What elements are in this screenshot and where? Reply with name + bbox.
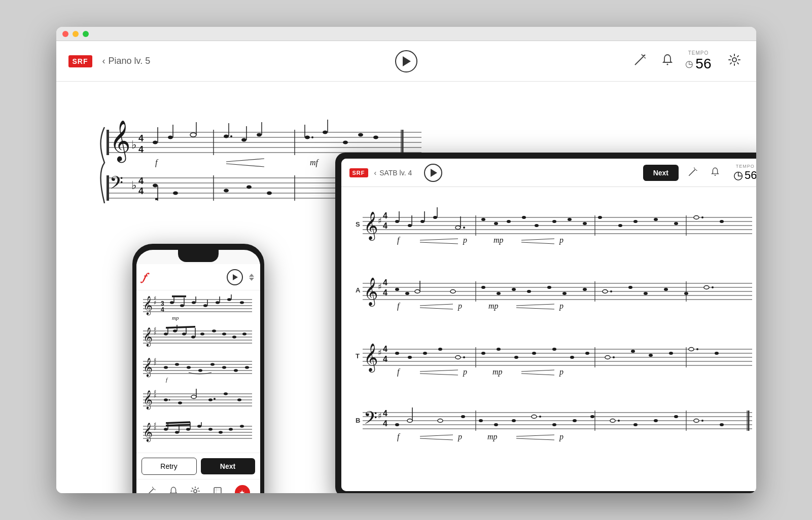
svg-point-95 — [494, 222, 498, 225]
phone-fullscreen-button[interactable] — [213, 486, 223, 493]
phone-toolbar: ★ — [136, 479, 260, 493]
bell-button[interactable] — [658, 50, 677, 72]
tablet-tempo-number: 56 — [745, 169, 756, 182]
svg-point-215 — [461, 415, 465, 418]
tablet-header: SRF ‹ SATB lv. 4 Next — [341, 159, 756, 187]
svg-point-283 — [212, 329, 216, 332]
svg-point-59 — [173, 192, 178, 195]
tablet-play-button[interactable] — [424, 164, 442, 182]
svg-text:f: f — [155, 158, 159, 167]
phone-bell-button[interactable] — [168, 486, 179, 493]
svg-point-320 — [191, 395, 196, 399]
svg-line-237 — [516, 435, 554, 436]
close-button[interactable] — [62, 31, 68, 37]
svg-point-307 — [245, 366, 249, 369]
svg-text:T: T — [356, 352, 360, 360]
svg-rect-60 — [155, 198, 158, 200]
svg-point-317 — [164, 398, 168, 401]
srf-logo: SRF — [68, 55, 92, 67]
tablet-title: SATB lv. 4 — [379, 169, 412, 177]
settings-icon — [728, 53, 741, 66]
phone-screen: 𝑓 𝄞 ♯ ♯ — [136, 250, 260, 493]
svg-point-302 — [187, 366, 191, 369]
svg-point-178 — [514, 356, 518, 359]
svg-point-218 — [512, 419, 516, 422]
svg-line-66 — [689, 169, 695, 175]
phone-scroll-control[interactable] — [249, 274, 254, 281]
svg-point-145 — [644, 292, 648, 295]
tablet-bell-button[interactable] — [707, 164, 723, 182]
phone-favorite-button[interactable]: ★ — [235, 485, 250, 494]
tablet-wand-button[interactable] — [685, 164, 701, 182]
svg-line-349 — [153, 487, 154, 488]
svg-point-170 — [395, 352, 399, 355]
svg-point-219 — [532, 415, 537, 419]
svg-line-196 — [521, 370, 554, 372]
svg-text:p: p — [457, 432, 462, 441]
retry-button[interactable]: Retry — [142, 458, 197, 475]
svg-point-62 — [246, 185, 252, 189]
svg-line-112 — [420, 242, 458, 244]
svg-line-116 — [521, 242, 554, 244]
svg-point-149 — [712, 286, 714, 288]
scroll-down-icon — [249, 278, 254, 281]
svg-text:f: f — [397, 302, 401, 311]
minimize-button[interactable] — [73, 31, 79, 37]
svg-point-286 — [242, 332, 246, 336]
svg-point-337 — [197, 425, 201, 428]
svg-text:p: p — [559, 302, 563, 311]
phone-next-button[interactable]: Next — [201, 458, 255, 474]
svg-line-68 — [696, 170, 697, 171]
svg-line-3 — [644, 57, 646, 58]
play-icon — [403, 56, 411, 66]
svg-point-140 — [562, 292, 567, 295]
svg-text:♯: ♯ — [378, 216, 382, 225]
maximize-button[interactable] — [83, 31, 89, 37]
phone-play-button[interactable] — [227, 269, 243, 285]
settings-button[interactable] — [725, 50, 744, 72]
treble-clef: 𝄞 — [110, 121, 130, 163]
tablet-screen: SRF ‹ SATB lv. 4 Next — [341, 159, 756, 491]
svg-point-146 — [664, 288, 668, 291]
svg-line-45 — [226, 164, 264, 167]
svg-point-182 — [585, 352, 589, 355]
phone-settings-button[interactable] — [190, 486, 200, 493]
svg-point-49 — [311, 136, 313, 138]
svg-text:𝄞: 𝄞 — [143, 390, 153, 410]
svg-text:mp: mp — [488, 302, 499, 311]
svg-text:4: 4 — [138, 144, 144, 155]
wand-button[interactable] — [630, 50, 650, 72]
tablet-next-button[interactable]: Next — [643, 165, 679, 181]
s-staff: 𝄞 ♯ 4 4 — [363, 207, 752, 245]
svg-text:S: S — [356, 220, 360, 228]
svg-point-37 — [224, 135, 229, 138]
svg-point-285 — [232, 336, 236, 339]
bass-clef: 𝄢 — [110, 173, 123, 197]
tablet-tempo-clock-icon: ◷ — [733, 169, 743, 182]
back-button[interactable]: ‹ Piano lv. 5 — [102, 56, 151, 66]
svg-point-94 — [481, 218, 485, 221]
svg-line-4 — [643, 55, 644, 56]
svg-text:f: f — [397, 432, 401, 441]
svg-point-228 — [674, 415, 678, 418]
svg-text:♭: ♭ — [131, 138, 136, 151]
svg-point-29 — [168, 136, 173, 139]
svg-text:4: 4 — [383, 409, 387, 418]
svg-point-83 — [395, 220, 399, 223]
phone-wand-button[interactable] — [146, 486, 156, 493]
tablet-back-button[interactable]: ‹ SATB lv. 4 — [374, 169, 412, 177]
svg-point-185 — [631, 350, 635, 353]
svg-point-220 — [539, 416, 541, 418]
svg-point-108 — [701, 216, 703, 218]
svg-text:4: 4 — [383, 278, 387, 287]
svg-text:4: 4 — [383, 221, 387, 230]
svg-point-172 — [423, 352, 427, 355]
svg-point-281 — [191, 336, 195, 339]
svg-point-63 — [267, 192, 272, 195]
tempo-label: TEMPO — [688, 50, 709, 56]
svg-point-173 — [438, 348, 442, 351]
svg-point-226 — [633, 423, 638, 426]
desktop-play-button[interactable] — [395, 50, 417, 72]
svg-point-335 — [175, 431, 179, 434]
svg-text:♯: ♯ — [154, 295, 156, 301]
